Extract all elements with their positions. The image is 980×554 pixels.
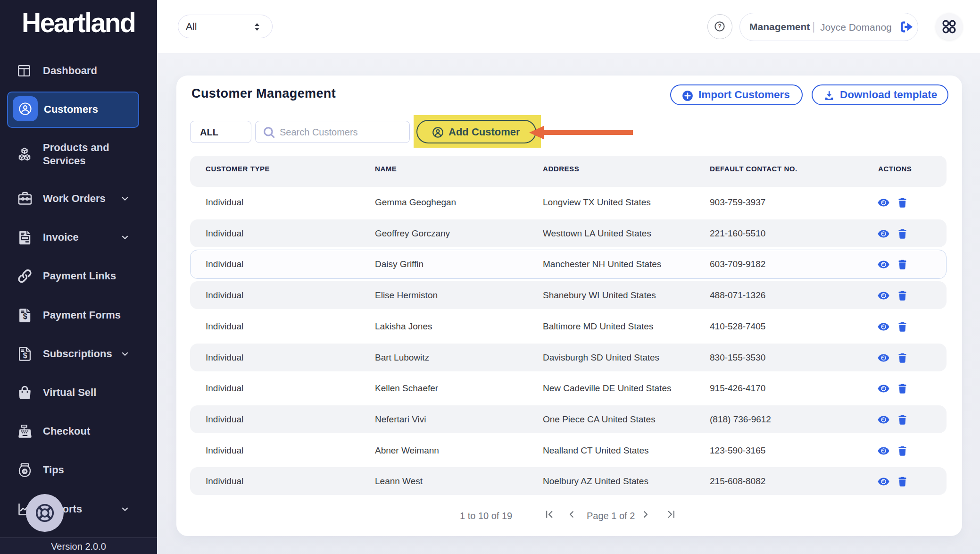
svg-text:$: $ bbox=[23, 312, 27, 320]
svg-text:$: $ bbox=[23, 352, 27, 360]
svg-text:?: ? bbox=[718, 23, 722, 30]
